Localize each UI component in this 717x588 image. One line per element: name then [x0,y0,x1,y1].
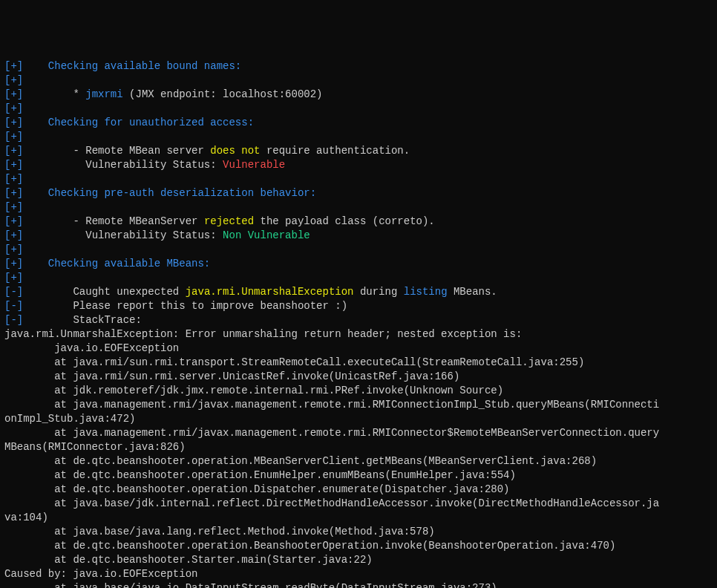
section-header: Checking pre-auth deserialization behavi… [48,187,316,199]
prefix-plus: [+] [4,74,23,86]
auth-status-text: Remote MBean server [85,145,210,157]
prefix-plus: [+] [4,201,23,213]
stacktrace-line: MBeans(RMIConnector.java:826) [4,441,186,453]
prefix-plus: [+] [4,131,23,143]
vuln-status: Vulnerable [223,159,285,171]
stacktrace-line: Caused by: java.io.EOFException [4,568,197,580]
prefix-plus: [+] [4,88,23,100]
stacktrace-line: at java.base/java.io.DataInputStream.rea… [4,582,497,588]
section-header: Checking available bound names: [48,60,241,72]
vuln-status: Non Vulnerable [223,229,310,241]
stacktrace-line: onImpl_Stub.java:472) [4,413,135,425]
prefix-plus: [+] [4,244,23,255]
auth-flag: does not [210,145,260,157]
prefix-plus: [+] [4,117,23,128]
prefix-plus: [+] [4,215,23,227]
deser-flag: rejected [204,215,254,227]
stacktrace-line: at java.rmi/sun.rmi.server.UnicastRef.in… [4,370,459,382]
prefix-plus: [+] [4,272,23,284]
vuln-label: Vulnerability Status: [73,159,223,171]
deser-text: Remote MBeanServer [85,215,204,227]
stacktrace-line: at de.qtc.beanshooter.operation.Beanshoo… [4,540,615,552]
prefix-plus: [+] [4,159,23,171]
stacktrace-line: at de.qtc.beanshooter.operation.Dispatch… [4,483,510,495]
prefix-minus: [-] [4,286,23,298]
prefix-plus: [+] [4,145,23,157]
stacktrace-line: at de.qtc.beanshooter.operation.MBeanSer… [4,455,597,467]
stacktrace-line: at jdk.remoteref/jdk.jmx.remote.internal… [4,385,503,396]
endpoint-info: (JMX endpoint: localhost:60002) [123,88,323,100]
stacktrace-line: java.rmi.UnmarshalException: Error unmar… [4,328,522,340]
stacktrace-line: at java.management.rmi/javax.management.… [4,399,659,411]
operation-name: listing [404,286,448,298]
stacktrace-line: va:104) [4,512,48,523]
section-header: Checking available MBeans: [48,258,210,270]
prefix-plus: [+] [4,229,23,241]
stacktrace-line: at java.rmi/sun.rmi.transport.StreamRemo… [4,356,584,368]
exception-class: java.rmi.UnmarshalException [186,286,354,298]
vuln-label: Vulnerability Status: [73,229,223,241]
prefix-plus: [+] [4,258,23,270]
stacktrace-line: at de.qtc.beanshooter.Starter.main(Start… [4,554,373,566]
stacktrace-line: at de.qtc.beanshooter.operation.EnumHelp… [4,469,516,481]
prefix-plus: [+] [4,60,23,72]
prefix-minus: [-] [4,300,23,312]
prefix-plus: [+] [4,187,23,199]
bound-name: jmxrmi [85,88,122,100]
error-text: Caught unexpected [73,286,185,298]
stacktrace-line: at java.management.rmi/javax.management.… [4,427,659,439]
terminal-output: [+] Checking available bound names: [+] … [4,59,713,588]
prefix-minus: [-] [4,314,23,326]
stacktrace-line: at java.base/jdk.internal.reflect.Direct… [4,497,659,509]
prefix-plus: [+] [4,102,23,114]
stacktrace-line: at java.base/java.lang.reflect.Method.in… [4,526,435,538]
prefix-plus: [+] [4,173,23,185]
report-hint: Please report this to improve beanshoote… [73,300,347,312]
stacktrace-line: java.io.EOFException [4,342,179,354]
stacktrace-label: StackTrace: [73,314,141,326]
section-header: Checking for unauthorized access: [48,117,254,128]
